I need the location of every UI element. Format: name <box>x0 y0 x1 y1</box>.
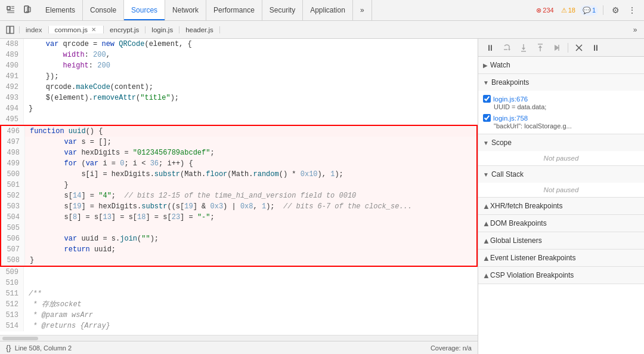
code-line-504: 504 s[8] = s[13] = s[18] = s[23] = "-"; <box>0 212 478 223</box>
settings-icon[interactable]: ⚙ <box>608 3 623 17</box>
tab-security[interactable]: Security <box>262 0 303 20</box>
error-badge[interactable]: ⊗ 234 <box>534 5 556 16</box>
deactivate-breakpoints-btn[interactable] <box>572 41 586 55</box>
breakpoint-location-1[interactable]: login.js:758 <box>493 115 528 122</box>
step-over-btn[interactable] <box>500 41 514 55</box>
breakpoint-item-0: login.js:676 UUID = data.data; <box>483 93 639 112</box>
file-tab-index[interactable]: index <box>19 26 49 33</box>
global-label: Global Listeners <box>490 236 542 245</box>
file-tab-common-js[interactable]: common.js ✕ <box>49 26 104 33</box>
close-tab-common-js[interactable]: ✕ <box>90 26 97 33</box>
event-listeners-section: ▶ Event Listener Breakpoints <box>478 250 644 267</box>
tab-console[interactable]: Console <box>83 0 124 20</box>
step-btn[interactable] <box>550 41 564 55</box>
code-line-509: 509 <box>0 267 478 278</box>
xhr-header[interactable]: ▶ XHR/fetch Breakpoints <box>478 198 644 214</box>
file-tab-login-js[interactable]: login.js <box>145 26 179 33</box>
watch-label: Watch <box>490 61 510 69</box>
code-line-506: 506 var uuid = s.join(""); <box>0 233 478 244</box>
code-line-503: 503 s[19] = hexDigits.substr((s[19] & 0x… <box>0 201 478 212</box>
breakpoints-header[interactable]: ▼ Breakpoints <box>478 74 644 91</box>
scope-header[interactable]: ▼ Scope <box>478 134 644 151</box>
breakpoints-section: ▼ Breakpoints login.js:676 UUID = data.d… <box>478 74 644 134</box>
info-count: 1 <box>592 7 596 14</box>
status-bar: {} Line 508, Column 2 Coverage: n/a <box>0 341 478 354</box>
warning-badge[interactable]: ⚠ 18 <box>559 5 578 16</box>
device-icon[interactable] <box>20 3 35 17</box>
call-stack-section: ▼ Call Stack Not paused <box>478 166 644 198</box>
call-stack-header[interactable]: ▼ Call Stack <box>478 166 644 183</box>
status-braces-icon[interactable]: {} <box>6 343 11 352</box>
code-line-488: 488 var qrcode = new QRCode(element, { <box>0 39 478 50</box>
code-line-502: 502 s[14] = "4"; // bits 12-15 of the ti… <box>0 190 478 201</box>
code-line-489: 489 width: 200, <box>0 50 478 60</box>
breakpoint-checkbox-0[interactable] <box>483 95 491 103</box>
tab-more[interactable]: » <box>353 0 372 20</box>
code-line-496: 496 function uuid() { <box>0 125 478 137</box>
file-tabs-bar: index common.js ✕ encrypt.js login.js he… <box>19 26 627 33</box>
horizontal-scrollbar[interactable] <box>0 335 478 341</box>
svg-rect-4 <box>7 26 10 33</box>
main-tabs: Elements Console Sources Network Perform… <box>38 0 529 20</box>
watch-triangle-icon: ▶ <box>483 62 488 69</box>
svg-rect-0 <box>7 7 10 10</box>
xhr-label: XHR/fetch Breakpoints <box>490 202 562 210</box>
file-tab-encrypt-js[interactable]: encrypt.js <box>104 26 145 33</box>
svg-marker-9 <box>522 48 525 50</box>
more-icon[interactable]: ⋮ <box>625 3 639 17</box>
code-line-512: 512 * 存放socket <box>0 299 478 310</box>
step-out-btn[interactable] <box>533 41 547 55</box>
code-line-510: 510 <box>0 278 478 288</box>
code-line-499: 499 for (var i = 0; i < 36; i++) { <box>0 158 478 169</box>
svg-point-3 <box>26 11 27 13</box>
tab-application[interactable]: Application <box>303 0 353 20</box>
tab-sources[interactable]: Sources <box>124 0 165 20</box>
tab-network[interactable]: Network <box>165 0 206 20</box>
event-listeners-header[interactable]: ▶ Event Listener Breakpoints <box>478 250 644 266</box>
dom-label: DOM Breakpoints <box>490 219 547 227</box>
tab-performance[interactable]: Performance <box>206 0 262 20</box>
show-navigator-btn[interactable] <box>2 23 18 36</box>
code-line-492: 492 qrcode.makeCode(content); <box>0 82 478 93</box>
svg-marker-12 <box>538 45 542 48</box>
breakpoint-checkbox-1[interactable] <box>483 114 491 122</box>
warning-icon: ⚠ <box>561 7 567 14</box>
csp-header[interactable]: ▶ CSP Violation Breakpoints <box>478 267 644 284</box>
svg-rect-5 <box>10 26 14 33</box>
scrollbar-thumb <box>2 337 38 340</box>
info-badge[interactable]: 💬 1 <box>580 5 598 16</box>
event-label: Event Listener Breakpoints <box>490 254 575 262</box>
code-line-490: 490 height: 200 <box>0 60 478 71</box>
code-editor: 488 var qrcode = new QRCode(element, { 4… <box>0 39 478 354</box>
sources-panel: index common.js ✕ encrypt.js login.js he… <box>0 21 644 354</box>
breakpoints-triangle-icon: ▼ <box>483 79 489 86</box>
error-icon: ⊗ <box>536 7 541 14</box>
dom-breakpoints-section: ▶ DOM Breakpoints <box>478 215 644 232</box>
global-header[interactable]: ▶ Global Listeners <box>478 232 644 249</box>
breakpoint-location-0[interactable]: login.js:676 <box>493 96 528 103</box>
dom-header[interactable]: ▶ DOM Breakpoints <box>478 215 644 232</box>
code-line-500: 500 s[i] = hexDigits.substr(Math.floor(M… <box>0 169 478 180</box>
file-tab-header-js[interactable]: header.js <box>179 26 220 33</box>
toolbar-icons-left <box>0 3 38 17</box>
code-line-513: 513 * @param wsArr <box>0 310 478 321</box>
pause-btn[interactable]: ⏸ <box>483 41 497 55</box>
call-stack-label: Call Stack <box>491 170 524 178</box>
warning-count: 18 <box>568 7 575 14</box>
watch-header[interactable]: ▶ Watch <box>478 57 644 73</box>
tab-elements[interactable]: Elements <box>38 0 83 20</box>
xhr-breakpoints-section: ▶ XHR/fetch Breakpoints <box>478 198 644 215</box>
csp-triangle-icon: ▶ <box>482 273 489 278</box>
right-panel: ⏸ <box>478 39 644 354</box>
step-into-btn[interactable] <box>516 41 531 55</box>
call-stack-triangle-icon: ▼ <box>483 171 489 178</box>
code-content[interactable]: 488 var qrcode = new QRCode(element, { 4… <box>0 39 478 335</box>
xhr-triangle-icon: ▶ <box>482 204 489 208</box>
expand-tabs-btn[interactable]: » <box>628 23 642 36</box>
code-line-507: 507 return uuid; <box>0 244 478 255</box>
breakpoint-item-1: login.js:758 "backUrl": localStorage.g..… <box>483 112 639 131</box>
code-line-498: 498 var hexDigits = "0123456789abcdef"; <box>0 147 478 158</box>
pause-on-exception-btn[interactable]: ⏸ <box>589 41 603 55</box>
dom-triangle-icon: ▶ <box>482 221 489 226</box>
inspect-icon[interactable] <box>4 3 18 17</box>
